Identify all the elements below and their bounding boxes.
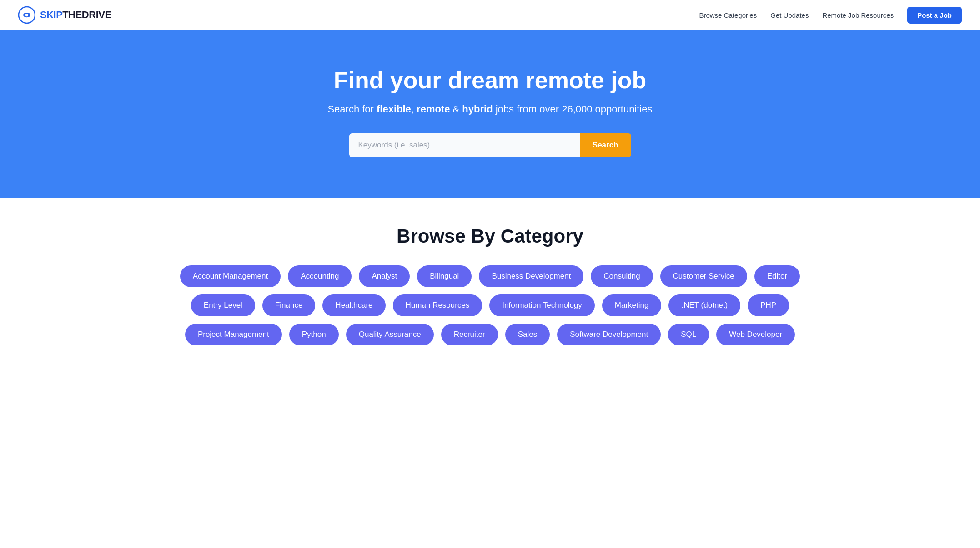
hero-subtitle-bold1: flexible [377, 103, 411, 115]
category-tag[interactable]: Healthcare [322, 294, 385, 316]
nav-browse-categories[interactable]: Browse Categories [699, 11, 757, 19]
category-tag[interactable]: Account Management [180, 265, 281, 287]
search-input[interactable] [349, 133, 580, 157]
category-tag[interactable]: Web Developer [716, 324, 795, 345]
category-tag[interactable]: Editor [754, 265, 800, 287]
logo-icon [18, 6, 35, 24]
category-tag[interactable]: Recruiter [441, 324, 498, 345]
category-tag[interactable]: Project Management [185, 324, 282, 345]
search-bar: Search [349, 133, 631, 157]
category-tag[interactable]: SQL [668, 324, 709, 345]
category-tag[interactable]: Quality Assurance [346, 324, 434, 345]
svg-point-0 [19, 7, 35, 23]
category-tag[interactable]: Analyst [359, 265, 410, 287]
hero-subtitle-text2: , [411, 103, 417, 115]
search-button[interactable]: Search [580, 133, 631, 157]
hero-subtitle-text1: Search for [327, 103, 377, 115]
category-tag[interactable]: Sales [505, 324, 550, 345]
hero-subtitle-text3: & [450, 103, 462, 115]
category-tag[interactable]: Marketing [602, 294, 662, 316]
category-tag[interactable]: Bilingual [417, 265, 472, 287]
category-tag[interactable]: Information Technology [489, 294, 594, 316]
hero-subtitle-bold2: remote [417, 103, 450, 115]
browse-title: Browse By Category [18, 225, 962, 247]
category-grid: Account ManagementAccountingAnalystBilin… [172, 265, 809, 345]
hero-subtitle: Search for flexible, remote & hybrid job… [18, 103, 962, 115]
category-tag[interactable]: Human Resources [393, 294, 482, 316]
logo-text: SKIPTHEDRIVE [40, 9, 111, 21]
hero-subtitle-bold3: hybrid [462, 103, 493, 115]
post-job-button[interactable]: Post a Job [907, 7, 962, 24]
category-tag[interactable]: Finance [262, 294, 315, 316]
svg-point-2 [28, 14, 30, 16]
nav-remote-job-resources[interactable]: Remote Job Resources [822, 11, 894, 19]
hero-section: Find your dream remote job Search for fl… [0, 30, 980, 198]
nav: Browse Categories Get Updates Remote Job… [699, 7, 962, 24]
logo[interactable]: SKIPTHEDRIVE [18, 6, 111, 24]
logo-skip: SKIP [40, 9, 62, 20]
category-tag[interactable]: Business Development [479, 265, 583, 287]
hero-title: Find your dream remote job [18, 67, 962, 94]
category-tag[interactable]: Consulting [591, 265, 653, 287]
category-tag[interactable]: Entry Level [191, 294, 255, 316]
category-tag[interactable]: Accounting [288, 265, 352, 287]
browse-section: Browse By Category Account ManagementAcc… [0, 198, 980, 373]
logo-the-drive: THEDRIVE [62, 9, 111, 20]
category-tag[interactable]: .NET (dotnet) [668, 294, 740, 316]
category-tag[interactable]: Software Development [557, 324, 661, 345]
header: SKIPTHEDRIVE Browse Categories Get Updat… [0, 0, 980, 30]
category-tag[interactable]: Python [289, 324, 339, 345]
category-tag[interactable]: PHP [748, 294, 789, 316]
svg-point-1 [24, 14, 26, 16]
nav-get-updates[interactable]: Get Updates [770, 11, 809, 19]
category-tag[interactable]: Customer Service [660, 265, 747, 287]
hero-subtitle-text4: jobs from over 26,000 opportunities [493, 103, 653, 115]
